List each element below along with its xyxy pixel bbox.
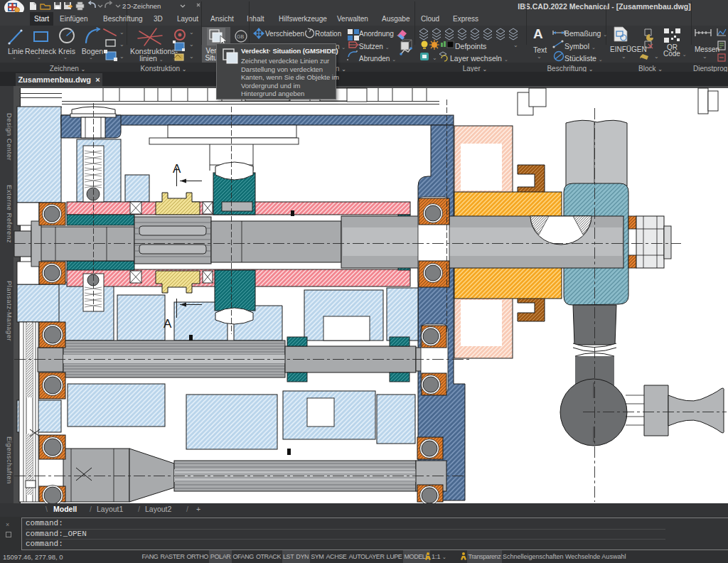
svg-text:⌄: ⌄ <box>189 41 194 48</box>
svg-text:⌄: ⌄ <box>119 41 124 48</box>
svg-text:A: A <box>164 317 172 331</box>
svg-text:⌄: ⌄ <box>189 29 194 36</box>
svg-text:GB: GB <box>237 34 244 39</box>
svg-text:⌄: ⌄ <box>189 53 194 60</box>
svg-text:⌄: ⌄ <box>119 29 124 36</box>
svg-text:⌄: ⌄ <box>119 53 124 60</box>
svg-text:A: A <box>173 162 181 176</box>
